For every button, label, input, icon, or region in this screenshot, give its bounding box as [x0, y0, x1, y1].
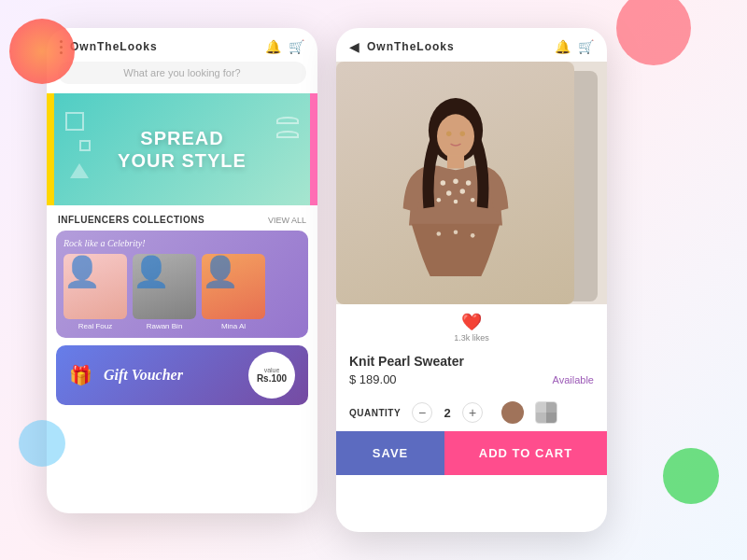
influencer-name-3: Mina Al [221, 322, 246, 330]
quantity-label: QUANTITY [349, 408, 401, 418]
product-info: Knit Pearl Sweater $ 189.00 Available [336, 346, 607, 394]
gift-label: Gift Voucher [104, 367, 183, 383]
svg-point-13 [471, 233, 475, 238]
svg-point-15 [459, 132, 464, 136]
product-price: $ 189.00 [349, 372, 397, 386]
influencers-card: Rock like a Celebrity! 👤 Real Fouz 👤 Raw… [56, 231, 308, 338]
banner-square-2 [79, 140, 91, 151]
influencers-row: 👤 Real Fouz 👤 Rawan Bin 👤 Mina Al [63, 254, 301, 330]
view-all-button[interactable]: VIEW ALL [268, 216, 306, 225]
menu-dots-icon[interactable] [60, 40, 63, 54]
influencers-title: INFLUENCERS COLLECTIONS [58, 215, 204, 225]
influencers-subtitle: Rock like a Celebrity! [63, 238, 301, 248]
quantity-decrease-button[interactable]: − [412, 402, 432, 423]
product-name: Knit Pearl Sweater [349, 354, 594, 369]
quantity-increase-button[interactable]: + [462, 402, 483, 423]
product-availability: Available [553, 374, 594, 385]
brand-name-right: OwnTheLooks [367, 40, 547, 53]
influencer-avatar-3: 👤 [202, 254, 265, 319]
svg-point-11 [436, 231, 441, 236]
banner-text: SPREAD YOUR STYLE [118, 127, 247, 172]
bell-icon[interactable]: 🔔 [265, 39, 281, 54]
svg-point-6 [446, 190, 451, 195]
search-bar[interactable]: What are you looking for? [58, 62, 306, 84]
influencer-item-2[interactable]: 👤 Rawan Bin [133, 254, 196, 330]
svg-rect-2 [447, 156, 464, 169]
color-swatch-brown[interactable] [501, 401, 524, 424]
banner-line2: YOUR STYLE [118, 149, 247, 172]
save-button[interactable]: SAVE [336, 431, 444, 475]
banner-line1: SPREAD [118, 127, 247, 149]
gift-text: Gift Voucher [104, 367, 237, 384]
influencer-item-3[interactable]: 👤 Mina Al [202, 254, 265, 330]
product-image-svg [381, 90, 530, 276]
value-badge: value Rs.100 [248, 352, 295, 399]
left-phone: OwnTheLooks 🔔 🛒 What are you looking for… [47, 28, 317, 513]
banner: SPREAD YOUR STYLE [47, 93, 317, 205]
header-icons-left: 🔔 🛒 [265, 39, 304, 54]
svg-point-3 [440, 180, 444, 185]
header-icons-right: 🔔 🛒 [555, 39, 594, 54]
bell-icon-right[interactable]: 🔔 [555, 39, 571, 54]
svg-point-7 [459, 189, 464, 193]
likes-count: 1.3k likes [454, 333, 489, 343]
svg-point-12 [453, 230, 458, 234]
gift-icon: 🎁 [69, 364, 92, 386]
svg-point-4 [453, 178, 458, 183]
quantity-row: QUANTITY − 2 + [336, 394, 607, 431]
svg-point-5 [466, 180, 471, 185]
svg-point-9 [453, 200, 458, 204]
value-label: value [264, 367, 280, 373]
banner-pink-accent [310, 93, 317, 205]
svg-point-1 [437, 114, 474, 158]
cart-icon[interactable]: 🛒 [289, 39, 304, 54]
banner-wave-2 [276, 131, 299, 138]
quantity-value: 2 [440, 406, 455, 420]
svg-point-10 [471, 198, 475, 203]
influencers-section-header: INFLUENCERS COLLECTIONS VIEW ALL [47, 205, 317, 231]
quantity-controls: − 2 + [412, 402, 483, 423]
influencer-avatar-2: 👤 [133, 254, 196, 319]
banner-yellow-accent [47, 93, 54, 205]
product-image-section [336, 62, 607, 304]
influencer-item-1[interactable]: 👤 Real Fouz [63, 254, 127, 330]
search-placeholder: What are you looking for? [123, 67, 240, 78]
banner-square-1 [65, 112, 84, 131]
gift-voucher-banner[interactable]: 🎁 Gift Voucher value Rs.100 [56, 345, 308, 405]
back-icon[interactable]: ◀ [349, 39, 359, 54]
right-phone-header: ◀ OwnTheLooks 🔔 🛒 [336, 28, 607, 62]
add-to-cart-button[interactable]: ADD TO CART [444, 431, 607, 475]
product-price-row: $ 189.00 Available [349, 372, 594, 386]
color-swatch-grid[interactable] [535, 401, 557, 424]
left-phone-header: OwnTheLooks 🔔 🛒 [47, 28, 317, 62]
svg-point-14 [446, 132, 451, 136]
brand-name-left: OwnTheLooks [70, 40, 258, 53]
influencer-name-1: Real Fouz [78, 322, 112, 330]
influencer-name-2: Rawan Bin [147, 322, 183, 330]
action-buttons: SAVE ADD TO CART [336, 431, 607, 475]
svg-point-8 [436, 198, 441, 203]
value-amount: Rs.100 [257, 373, 287, 384]
product-card-main [336, 62, 574, 304]
main-container: OwnTheLooks 🔔 🛒 What are you looking for… [0, 0, 747, 560]
likes-row: ❤️ 1.3k likes [336, 304, 607, 346]
heart-icon[interactable]: ❤️ [461, 312, 482, 332]
banner-wave-1 [276, 117, 299, 124]
right-phone: ◀ OwnTheLooks 🔔 🛒 [336, 28, 607, 532]
banner-triangle [70, 163, 89, 178]
cart-icon-right[interactable]: 🛒 [578, 39, 594, 54]
influencer-avatar-1: 👤 [63, 254, 127, 319]
